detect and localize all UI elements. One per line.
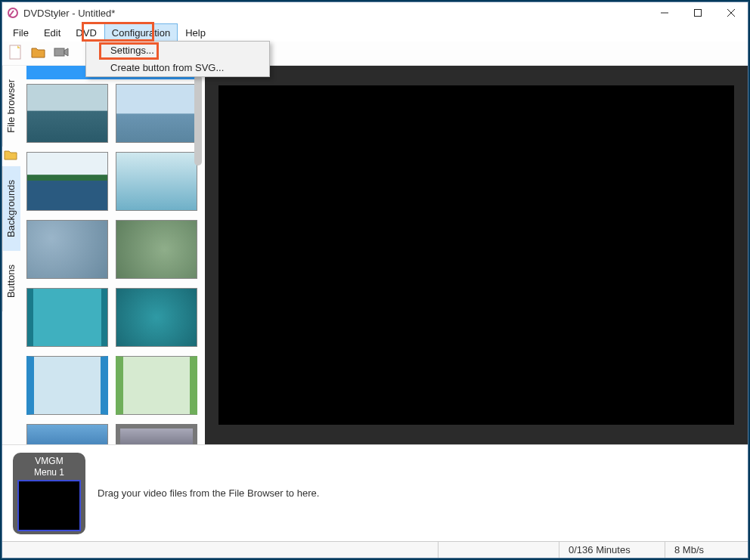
- backgrounds-scrollbar[interactable]: [193, 69, 203, 432]
- menu-card-thumb[interactable]: [17, 480, 81, 531]
- side-tabs: File browser Backgrounds Buttons: [2, 66, 20, 444]
- folder-icon: [4, 150, 19, 163]
- menu-card[interactable]: VMGM Menu 1: [13, 453, 85, 534]
- close-button[interactable]: [714, 2, 748, 23]
- camera-button[interactable]: [52, 45, 70, 63]
- tab-buttons[interactable]: Buttons: [2, 251, 20, 311]
- background-thumb[interactable]: [116, 356, 197, 415]
- menu-file[interactable]: File: [5, 23, 36, 42]
- background-thumb[interactable]: [26, 424, 108, 444]
- background-thumb[interactable]: [116, 424, 197, 444]
- menu-settings[interactable]: Settings...: [86, 42, 269, 59]
- menu-create-button-svg[interactable]: Create button from SVG...: [86, 59, 269, 76]
- app-window: DVDStyler - Untitled* File Edit DVD Conf…: [2, 2, 748, 558]
- menu-card-sub: Menu 1: [34, 467, 64, 478]
- menu-help[interactable]: Help: [178, 23, 213, 42]
- app-logo-icon: [7, 7, 19, 19]
- new-file-button[interactable]: [7, 45, 25, 63]
- background-thumb[interactable]: [116, 220, 197, 279]
- preview-pane: [205, 66, 748, 444]
- statusbar: 0/136 Minutes 8 Mb/s: [2, 541, 748, 558]
- minimize-button[interactable]: [648, 2, 681, 23]
- timeline[interactable]: VMGM Menu 1 Drag your video files from t…: [2, 444, 748, 541]
- configuration-dropdown: Settings... Create button from SVG...: [85, 41, 270, 77]
- scrollbar-thumb[interactable]: [194, 75, 202, 166]
- background-thumb[interactable]: [26, 152, 108, 211]
- menu-dvd[interactable]: DVD: [68, 23, 104, 42]
- background-thumb[interactable]: [116, 152, 197, 211]
- background-thumb[interactable]: [26, 84, 108, 143]
- svg-rect-2: [695, 10, 702, 17]
- titlebar: DVDStyler - Untitled*: [2, 2, 748, 23]
- status-progress-cell: [438, 542, 559, 558]
- backgrounds-grid: [20, 84, 205, 444]
- main-area: File browser Backgrounds Buttons: [2, 66, 748, 444]
- background-thumb[interactable]: [116, 288, 197, 347]
- svg-rect-7: [54, 48, 64, 56]
- open-folder-icon: [31, 45, 46, 61]
- maximize-button[interactable]: [681, 2, 714, 23]
- menu-card-title: VMGM: [35, 456, 63, 467]
- background-thumb[interactable]: [116, 84, 197, 143]
- timeline-hint: Drag your video files from the File Brow…: [98, 487, 319, 499]
- svg-marker-8: [64, 48, 68, 56]
- tab-file-browser[interactable]: File browser: [2, 66, 20, 147]
- menu-edit[interactable]: Edit: [36, 23, 68, 42]
- camera-icon: [54, 46, 69, 60]
- open-button[interactable]: [29, 45, 48, 63]
- tab-backgrounds[interactable]: Backgrounds: [2, 166, 20, 251]
- new-file-icon: [9, 45, 23, 62]
- menubar: File Edit DVD Configuration Help: [2, 23, 748, 42]
- backgrounds-panel: [20, 66, 205, 444]
- background-thumb[interactable]: [26, 356, 108, 415]
- preview-canvas[interactable]: [218, 85, 734, 425]
- background-thumb[interactable]: [26, 220, 108, 279]
- window-title: DVDStyler - Untitled*: [23, 8, 648, 19]
- status-minutes: 0/136 Minutes: [559, 542, 665, 558]
- menu-configuration[interactable]: Configuration: [104, 23, 178, 42]
- background-thumb[interactable]: [26, 288, 108, 347]
- status-bitrate: 8 Mb/s: [665, 542, 748, 558]
